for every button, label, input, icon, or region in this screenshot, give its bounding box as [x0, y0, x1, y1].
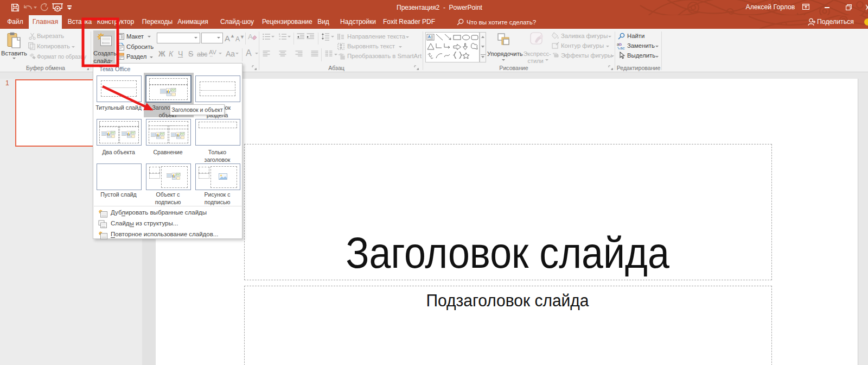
svg-text:ac: ac — [620, 46, 624, 50]
svg-text:A: A — [428, 34, 431, 39]
